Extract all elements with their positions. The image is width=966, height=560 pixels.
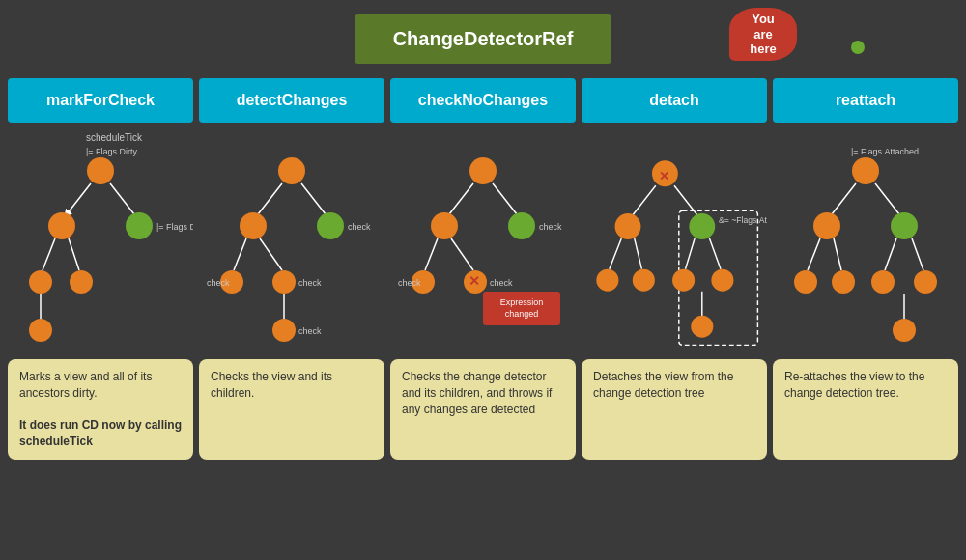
tree-checkNoChanges-svg: check check check ✕ Expression changed: [390, 127, 576, 350]
tree-detach: ✕ &= ~Flags.Attached: [582, 127, 767, 350]
node-l3-ll: [29, 270, 52, 294]
desc-reattach: Re-attaches the view to the change detec…: [773, 359, 958, 460]
tree-detach-svg: ✕ &= ~Flags.Attached: [582, 127, 767, 350]
node-l3-lr: [70, 270, 93, 294]
you-are-here-callout: You are here: [729, 8, 797, 61]
expr-changed-text1: Expression: [500, 297, 544, 307]
line-l2left-right: [635, 238, 642, 269]
method-reattach[interactable]: reattach: [773, 78, 958, 123]
node-root: [87, 157, 114, 184]
line-root-right: [875, 183, 899, 214]
node-l2-right: [891, 212, 918, 239]
and-flags-label: &= ~Flags.Attached: [719, 215, 767, 225]
node-l2-right: [126, 212, 153, 239]
desc-markForCheck: Marks a view and all of its ancestors di…: [8, 359, 193, 460]
tree-reattach-svg: |= Flags.Attached: [773, 127, 958, 350]
flags-dirty-ancestor-label: |= Flags.Dirty: [86, 147, 138, 156]
line-l2right-right: [709, 238, 721, 269]
methods-row: markForCheck detectChanges checkNoChange…: [0, 64, 966, 123]
check-label-ll: check: [398, 278, 421, 288]
node-l3-lr: [832, 270, 855, 294]
method-detectChanges[interactable]: detectChanges: [199, 78, 384, 123]
node-l3-rr: [711, 269, 733, 292]
desc-checkNoChanges-text: Checks the change detector and its child…: [402, 370, 552, 416]
line-root-left: [258, 183, 282, 214]
main-class-box: ChangeDetectorRef: [355, 14, 612, 64]
node-l3-rl: [672, 269, 695, 292]
schedule-tick-label: scheduleTick: [86, 132, 143, 143]
check-label-ll: check: [207, 278, 230, 288]
or-flags-label: |= Flags.Attached: [851, 147, 919, 156]
line-l2right-right: [912, 238, 923, 270]
node-root: [278, 157, 305, 184]
line-l2left-left: [610, 238, 621, 269]
node-l3-lr: [272, 270, 296, 294]
expr-changed-text2: changed: [505, 309, 539, 319]
node-l2-left: [431, 212, 458, 239]
check-label-right: check: [539, 222, 562, 232]
node-l4: [893, 319, 916, 342]
you-are-here-dot: [851, 41, 865, 54]
node-l2-left: [240, 212, 267, 239]
desc-markForCheck-bold: It does run CD now by calling scheduleTi…: [19, 418, 182, 448]
node-l2-right: [508, 212, 535, 239]
tree-detectChanges: check check check check: [199, 127, 384, 350]
node-l2-right: [689, 213, 715, 239]
line-root-left: [449, 183, 473, 214]
node-l3-rr: [914, 270, 937, 294]
node-root: [469, 157, 497, 184]
x-mark-root: ✕: [659, 169, 669, 183]
tree-markForCheck-svg: scheduleTick |= Flags.Dirty |= Flags Dir…: [8, 127, 193, 350]
method-markForCheck[interactable]: markForCheck: [8, 78, 193, 123]
desc-detectChanges-text: Checks the view and its children.: [211, 370, 332, 400]
line-l2left-left: [43, 238, 55, 270]
check-label-lr: check: [298, 278, 322, 288]
node-l2-left: [813, 212, 840, 239]
node-l2-left: [615, 213, 641, 239]
line-root-right: [493, 183, 517, 214]
line-l2left-right: [451, 238, 473, 270]
check-label-lr: check: [490, 278, 513, 288]
line-l2left-right: [260, 238, 282, 270]
line-l2left-right: [69, 238, 79, 270]
line-root-right: [301, 183, 326, 214]
flags-dirty-node-label: |= Flags Dirty: [156, 222, 193, 232]
tree-reattach: |= Flags.Attached: [773, 127, 958, 350]
tree-markForCheck: scheduleTick |= Flags.Dirty |= Flags Dir…: [8, 127, 193, 350]
top-section: ChangeDetectorRef You are here: [0, 0, 966, 64]
line-l2left-right: [834, 238, 841, 270]
line-root-left: [633, 185, 656, 215]
line-l2left-left: [234, 238, 246, 270]
trees-row: scheduleTick |= Flags.Dirty |= Flags Dir…: [0, 123, 966, 354]
desc-detectChanges: Checks the view and its children.: [199, 359, 384, 460]
node-l3-lr: [633, 269, 655, 292]
node-l3-ll: [794, 270, 817, 294]
node-l4: [272, 319, 296, 342]
method-checkNoChanges[interactable]: checkNoChanges: [390, 78, 576, 123]
you-are-here-bubble: You are here: [729, 8, 797, 61]
node-l3-rl: [871, 270, 895, 294]
line-l2right-left: [686, 238, 696, 269]
desc-checkNoChanges: Checks the change detector and its child…: [390, 359, 576, 460]
desc-markForCheck-text: Marks a view and all of its ancestors di…: [19, 370, 152, 400]
line-l2right-left: [885, 238, 896, 270]
desc-reattach-text: Re-attaches the view to the change detec…: [784, 370, 924, 400]
check-label-l4: check: [298, 326, 322, 336]
node-l2-right: [317, 212, 344, 239]
node-l4: [29, 319, 52, 342]
desc-row: Marks a view and all of its ancestors di…: [0, 354, 966, 464]
node-l3-ll: [596, 269, 618, 292]
x-mark: ✕: [469, 273, 480, 289]
tree-detectChanges-svg: check check check check: [199, 127, 384, 350]
method-detach[interactable]: detach: [582, 78, 767, 123]
node-root: [852, 157, 879, 184]
node-l2-left: [48, 212, 75, 239]
check-label-right: check: [348, 222, 371, 232]
line-root-right: [110, 183, 134, 214]
line-root-left: [832, 183, 856, 214]
line-l2left-left: [425, 238, 438, 270]
node-l4: [691, 316, 713, 338]
desc-detach-text: Detaches the view from the change detect…: [593, 370, 733, 400]
line-root-left: [67, 183, 91, 214]
line-l2left-left: [808, 238, 820, 270]
